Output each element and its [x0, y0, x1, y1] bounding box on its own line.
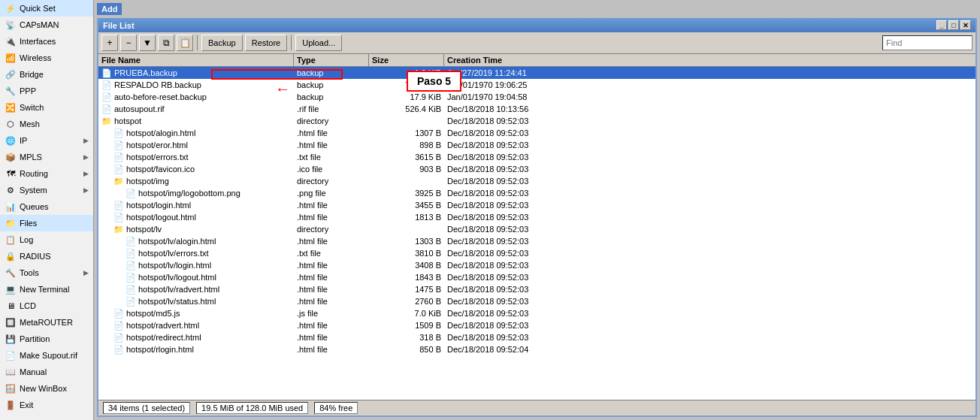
sidebar-item-log[interactable]: 📋 Log: [0, 231, 93, 248]
sidebar-item-ip[interactable]: 🌐 IP ▶: [0, 132, 93, 149]
file-cell-size: 3925 B: [369, 187, 444, 199]
sidebar-item-radius[interactable]: 🔒 RADIUS: [0, 248, 93, 264]
file-cell-type: directory: [294, 223, 369, 235]
col-header-name[interactable]: File Name: [98, 54, 294, 66]
sidebar-item-system[interactable]: ⚙ System ▶: [0, 182, 93, 198]
table-row[interactable]: 📄 hotspot/lv/login.html .html file 3408 …: [98, 259, 975, 271]
bridge-icon: 🔗: [5, 68, 17, 80]
col-header-type[interactable]: Type: [294, 54, 369, 66]
file-list-body[interactable]: 📄 PRUEBA.backup backup 1.2 KiB Apr/27/20…: [98, 67, 975, 400]
table-row[interactable]: 📄 hotspot/img/logobottom.png .png file 3…: [98, 187, 975, 199]
col-header-created[interactable]: Creation Time: [444, 54, 975, 66]
sidebar-item-queues[interactable]: 📊 Queues: [0, 198, 93, 215]
sidebar-item-label: CAPsMAN: [20, 20, 59, 29]
table-row[interactable]: 📄 hotspot/alogin.html .html file 1307 B …: [98, 127, 975, 139]
sidebar-item-new-winbox[interactable]: 🪟 New WinBox: [0, 380, 93, 397]
file-cell-created: Dec/18/2018 09:52:03: [444, 115, 975, 127]
table-row[interactable]: 📁 hotspot/img directory Dec/18/2018 09:5…: [98, 175, 975, 187]
copy-button[interactable]: ⧉: [158, 35, 174, 51]
file-cell-name: 📄 auto-before-reset.backup: [98, 91, 294, 103]
file-cell-type: .html file: [294, 319, 369, 331]
sidebar-item-label: Quick Set: [20, 4, 56, 13]
sidebar-item-label: Manual: [20, 367, 47, 376]
table-row[interactable]: 📄 hotspot/lv/logout.html .html file 1843…: [98, 271, 975, 283]
sidebar-item-capsman[interactable]: 📡 CAPsMAN: [0, 17, 93, 33]
table-row[interactable]: 📄 PRUEBA.backup backup 1.2 KiB Apr/27/20…: [98, 67, 975, 79]
file-icon: 📄: [113, 321, 124, 330]
table-row[interactable]: 📄 hotspot/lv/errors.txt .txt file 3810 B…: [98, 247, 975, 259]
file-cell-size: 1509 B: [369, 319, 444, 331]
paso5-annotation: Paso 5: [407, 71, 461, 92]
table-row[interactable]: 📄 hotspot/lv/status.html .html file 2760…: [98, 295, 975, 307]
backup-button[interactable]: Backup: [201, 35, 243, 51]
table-row[interactable]: 📁 hotspot directory Dec/18/2018 09:52:03: [98, 115, 975, 127]
sidebar-item-mpls[interactable]: 📦 MPLS ▶: [0, 149, 93, 165]
paste-button[interactable]: 📋: [177, 35, 193, 51]
file-cell-name: 📄 hotspot/favicon.ico: [98, 163, 294, 175]
file-icon: 📄: [126, 189, 136, 198]
sidebar-item-exit[interactable]: 🚪 Exit: [0, 397, 93, 413]
sidebar-item-new-terminal[interactable]: 💻 New Terminal: [0, 281, 93, 298]
sidebar-item-partition[interactable]: 💾 Partition: [0, 331, 93, 347]
wireless-icon: 📶: [5, 52, 17, 64]
sidebar-item-mesh[interactable]: ⬡ Mesh: [0, 116, 93, 132]
file-cell-size: 898 B: [369, 139, 444, 151]
sidebar-item-manual[interactable]: 📖 Manual: [0, 364, 93, 380]
table-row[interactable]: 📄 hotspot/md5.js .js file 7.0 KiB Dec/18…: [98, 307, 975, 319]
maximize-button[interactable]: □: [948, 20, 959, 30]
sidebar-item-wireless[interactable]: 📶 Wireless: [0, 50, 93, 66]
file-cell-size: 3615 B: [369, 151, 444, 163]
sidebar-item-switch[interactable]: 🔀 Switch: [0, 99, 93, 116]
table-row[interactable]: 📄 hotspot/eror.html .html file 898 B Dec…: [98, 139, 975, 151]
filter-button[interactable]: ▼: [139, 35, 156, 51]
sidebar-item-metarouter[interactable]: 🔲 MetaROUTER: [0, 314, 93, 331]
sidebar-item-label: Mesh: [20, 119, 40, 128]
file-cell-name: 📄 hotspot/lv/radvert.html: [98, 283, 294, 295]
status-items-count: 34 items (1 selected): [103, 402, 190, 414]
sidebar-item-ppp[interactable]: 🔧 PPP: [0, 83, 93, 99]
toolbar-separator: [197, 35, 198, 50]
upload-button[interactable]: Upload...: [295, 35, 342, 51]
sidebar-item-bridge[interactable]: 🔗 Bridge: [0, 66, 93, 83]
table-row[interactable]: 📄 hotspot/logout.html .html file 1813 B …: [98, 211, 975, 223]
table-row[interactable]: 📄 hotspot/rlogin.html .html file 850 B D…: [98, 343, 975, 355]
file-icon: 📄: [113, 333, 124, 342]
file-cell-type: .rif file: [294, 103, 369, 115]
file-cell-created: Dec/18/2018 09:52:03: [444, 127, 975, 139]
sidebar-item-quick-set[interactable]: ⚡ Quick Set: [0, 0, 93, 17]
table-row[interactable]: 📄 hotspot/errors.txt .txt file 3615 B De…: [98, 151, 975, 163]
table-row[interactable]: 📄 hotspot/lv/alogin.html .html file 1303…: [98, 235, 975, 247]
add-file-button[interactable]: +: [101, 35, 118, 51]
file-list-container: File Name Type Size Creation Time 📄 PRUE…: [98, 54, 975, 400]
remove-file-button[interactable]: −: [120, 35, 137, 51]
restore-button[interactable]: Restore: [245, 35, 288, 51]
sidebar-item-files[interactable]: 📁 Files: [0, 215, 93, 231]
table-row[interactable]: 📄 hotspot/favicon.ico .ico file 903 B De…: [98, 163, 975, 175]
expand-arrow-icon: ▶: [83, 137, 89, 144]
table-row[interactable]: 📁 hotspot/lv directory Dec/18/2018 09:52…: [98, 223, 975, 235]
sidebar-item-tools[interactable]: 🔨 Tools ▶: [0, 264, 93, 281]
table-row[interactable]: 📄 hotspot/lv/radvert.html .html file 147…: [98, 283, 975, 295]
sidebar-item-label: Wireless: [20, 53, 51, 62]
sidebar-item-interfaces[interactable]: 🔌 Interfaces: [0, 33, 93, 50]
col-header-size[interactable]: Size: [369, 54, 444, 66]
minimize-button[interactable]: _: [936, 20, 947, 30]
file-icon: 📄: [101, 92, 112, 101]
sidebar-item-routing[interactable]: 🗺 Routing ▶: [0, 165, 93, 182]
table-row[interactable]: 📄 autosupout.rif .rif file 526.4 KiB Dec…: [98, 103, 975, 115]
sidebar-item-make-supout[interactable]: 📄 Make Supout.rif: [0, 347, 93, 364]
file-cell-type: .html file: [294, 211, 369, 223]
file-cell-created: Dec/18/2018 09:52:03: [444, 247, 975, 259]
table-row[interactable]: 📄 auto-before-reset.backup backup 17.9 K…: [98, 91, 975, 103]
interfaces-icon: 🔌: [5, 35, 17, 47]
sidebar-item-lcd[interactable]: 🖥 LCD: [0, 298, 93, 314]
close-button[interactable]: ✕: [960, 20, 971, 30]
table-row[interactable]: 📄 RESPALDO RB.backup backup 729.3 KiB Ja…: [98, 79, 975, 91]
expand-arrow-icon: ▶: [83, 186, 89, 194]
file-list-header: File Name Type Size Creation Time: [98, 54, 975, 67]
table-row[interactable]: 📄 hotspot/radvert.html .html file 1509 B…: [98, 319, 975, 331]
find-input[interactable]: [882, 35, 972, 50]
file-cell-type: .html file: [294, 199, 369, 211]
table-row[interactable]: 📄 hotspot/login.html .html file 3455 B D…: [98, 199, 975, 211]
table-row[interactable]: 📄 hotspot/redirect.html .html file 318 B…: [98, 331, 975, 343]
